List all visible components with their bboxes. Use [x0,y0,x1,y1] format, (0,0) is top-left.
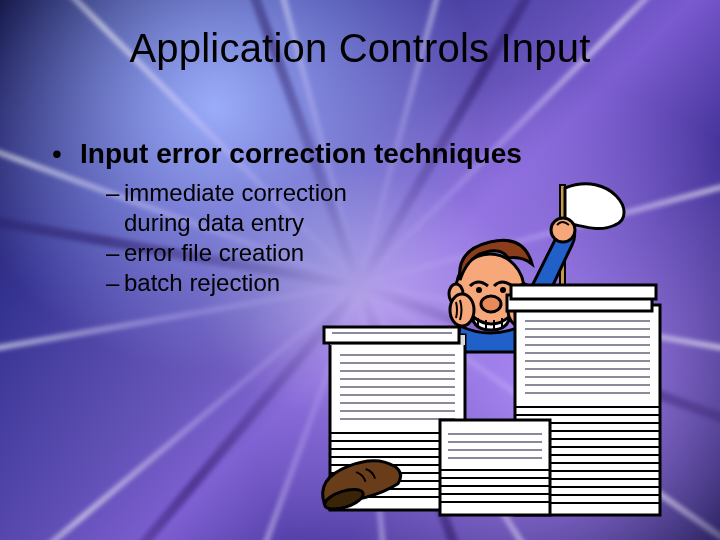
svg-rect-31 [324,327,459,343]
svg-point-5 [476,287,482,293]
clipart-overwhelmed-worker-icon [310,170,690,530]
svg-rect-58 [511,285,656,299]
bullet-level1: Input error correction techniques [56,138,680,170]
svg-point-7 [481,296,501,312]
slide-title: Application Controls Input [0,26,720,71]
svg-point-6 [500,287,506,293]
